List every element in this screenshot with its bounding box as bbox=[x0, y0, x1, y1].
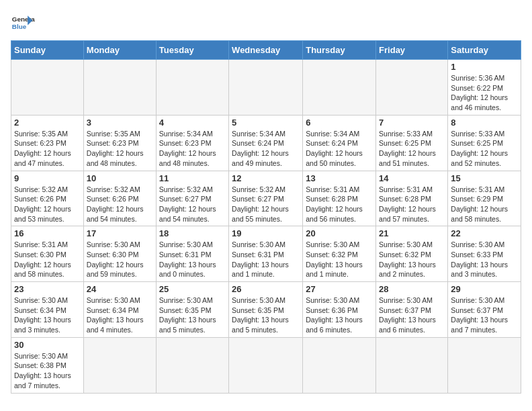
weekday-header-sunday: Sunday bbox=[11, 41, 84, 60]
day-number: 27 bbox=[306, 284, 373, 294]
day-info: Sunrise: 5:34 AM Sunset: 6:24 PM Dayligh… bbox=[232, 129, 300, 169]
calendar-week-row: 16Sunrise: 5:31 AM Sunset: 6:30 PM Dayli… bbox=[11, 226, 521, 282]
calendar-cell bbox=[83, 60, 156, 116]
calendar-cell: 25Sunrise: 5:30 AM Sunset: 6:35 PM Dayli… bbox=[156, 282, 228, 338]
day-number: 3 bbox=[87, 118, 153, 128]
page-header: General Blue bbox=[11, 11, 521, 35]
day-number: 4 bbox=[159, 118, 226, 128]
calendar-cell: 26Sunrise: 5:30 AM Sunset: 6:35 PM Dayli… bbox=[229, 282, 303, 338]
day-info: Sunrise: 5:30 AM Sunset: 6:35 PM Dayligh… bbox=[159, 295, 226, 335]
day-info: Sunrise: 5:34 AM Sunset: 6:23 PM Dayligh… bbox=[159, 129, 226, 169]
calendar-cell: 21Sunrise: 5:30 AM Sunset: 6:32 PM Dayli… bbox=[376, 226, 448, 282]
svg-text:Blue: Blue bbox=[12, 23, 27, 30]
calendar-week-row: 9Sunrise: 5:32 AM Sunset: 6:26 PM Daylig… bbox=[11, 171, 521, 226]
day-number: 15 bbox=[451, 173, 518, 183]
calendar-cell: 4Sunrise: 5:34 AM Sunset: 6:23 PM Daylig… bbox=[156, 115, 228, 171]
day-number: 11 bbox=[159, 173, 226, 183]
day-info: Sunrise: 5:32 AM Sunset: 6:26 PM Dayligh… bbox=[14, 185, 81, 224]
day-info: Sunrise: 5:30 AM Sunset: 6:34 PM Dayligh… bbox=[87, 295, 153, 335]
calendar-cell: 18Sunrise: 5:30 AM Sunset: 6:31 PM Dayli… bbox=[156, 226, 228, 282]
day-number: 7 bbox=[379, 118, 445, 128]
day-number: 30 bbox=[14, 340, 81, 350]
calendar-cell: 22Sunrise: 5:30 AM Sunset: 6:33 PM Dayli… bbox=[448, 226, 521, 282]
day-info: Sunrise: 5:31 AM Sunset: 6:30 PM Dayligh… bbox=[14, 240, 81, 279]
calendar-cell: 28Sunrise: 5:30 AM Sunset: 6:37 PM Dayli… bbox=[376, 282, 448, 338]
day-number: 10 bbox=[87, 173, 153, 183]
calendar-cell: 5Sunrise: 5:34 AM Sunset: 6:24 PM Daylig… bbox=[229, 115, 303, 171]
calendar-cell: 14Sunrise: 5:31 AM Sunset: 6:28 PM Dayli… bbox=[376, 171, 448, 226]
calendar-cell: 30Sunrise: 5:30 AM Sunset: 6:38 PM Dayli… bbox=[11, 337, 84, 393]
day-number: 20 bbox=[306, 228, 373, 238]
day-info: Sunrise: 5:30 AM Sunset: 6:32 PM Dayligh… bbox=[379, 240, 445, 279]
day-number: 21 bbox=[379, 228, 445, 238]
day-number: 24 bbox=[87, 284, 153, 294]
day-number: 18 bbox=[159, 228, 226, 238]
weekday-header-row: SundayMondayTuesdayWednesdayThursdayFrid… bbox=[11, 41, 521, 60]
calendar-cell: 15Sunrise: 5:31 AM Sunset: 6:29 PM Dayli… bbox=[448, 171, 521, 226]
day-info: Sunrise: 5:31 AM Sunset: 6:28 PM Dayligh… bbox=[379, 185, 445, 224]
day-info: Sunrise: 5:30 AM Sunset: 6:31 PM Dayligh… bbox=[232, 240, 300, 279]
day-number: 25 bbox=[159, 284, 226, 294]
day-number: 14 bbox=[379, 173, 445, 183]
calendar-cell bbox=[229, 337, 303, 393]
calendar-cell: 9Sunrise: 5:32 AM Sunset: 6:26 PM Daylig… bbox=[11, 171, 84, 226]
day-info: Sunrise: 5:30 AM Sunset: 6:38 PM Dayligh… bbox=[14, 351, 81, 391]
weekday-header-monday: Monday bbox=[83, 41, 156, 60]
calendar-cell bbox=[156, 337, 228, 393]
calendar-cell: 27Sunrise: 5:30 AM Sunset: 6:36 PM Dayli… bbox=[303, 282, 376, 338]
calendar-cell: 17Sunrise: 5:30 AM Sunset: 6:30 PM Dayli… bbox=[83, 226, 156, 282]
weekday-header-saturday: Saturday bbox=[448, 41, 521, 60]
day-info: Sunrise: 5:30 AM Sunset: 6:36 PM Dayligh… bbox=[306, 295, 373, 335]
day-number: 17 bbox=[87, 228, 153, 238]
logo: General Blue bbox=[11, 11, 35, 35]
day-number: 29 bbox=[451, 284, 518, 294]
day-info: Sunrise: 5:32 AM Sunset: 6:27 PM Dayligh… bbox=[159, 185, 226, 224]
calendar-cell: 19Sunrise: 5:30 AM Sunset: 6:31 PM Dayli… bbox=[229, 226, 303, 282]
day-number: 12 bbox=[232, 173, 300, 183]
calendar-cell bbox=[303, 60, 376, 116]
day-number: 1 bbox=[451, 62, 518, 72]
day-number: 5 bbox=[232, 118, 300, 128]
calendar-week-row: 2Sunrise: 5:35 AM Sunset: 6:23 PM Daylig… bbox=[11, 115, 521, 171]
calendar-cell bbox=[303, 337, 376, 393]
calendar-cell: 23Sunrise: 5:30 AM Sunset: 6:34 PM Dayli… bbox=[11, 282, 84, 338]
svg-text:General: General bbox=[12, 15, 35, 23]
weekday-header-wednesday: Wednesday bbox=[229, 41, 303, 60]
calendar-cell: 24Sunrise: 5:30 AM Sunset: 6:34 PM Dayli… bbox=[83, 282, 156, 338]
calendar-week-row: 1Sunrise: 5:36 AM Sunset: 6:22 PM Daylig… bbox=[11, 60, 521, 116]
day-info: Sunrise: 5:30 AM Sunset: 6:37 PM Dayligh… bbox=[379, 295, 445, 335]
calendar-week-row: 23Sunrise: 5:30 AM Sunset: 6:34 PM Dayli… bbox=[11, 282, 521, 338]
day-number: 8 bbox=[451, 118, 518, 128]
calendar-cell bbox=[11, 60, 84, 116]
calendar-cell: 20Sunrise: 5:30 AM Sunset: 6:32 PM Dayli… bbox=[303, 226, 376, 282]
day-info: Sunrise: 5:35 AM Sunset: 6:23 PM Dayligh… bbox=[14, 129, 81, 169]
calendar-cell: 8Sunrise: 5:33 AM Sunset: 6:25 PM Daylig… bbox=[448, 115, 521, 171]
calendar-cell: 2Sunrise: 5:35 AM Sunset: 6:23 PM Daylig… bbox=[11, 115, 84, 171]
day-info: Sunrise: 5:31 AM Sunset: 6:28 PM Dayligh… bbox=[306, 185, 373, 224]
day-info: Sunrise: 5:32 AM Sunset: 6:26 PM Dayligh… bbox=[87, 185, 153, 224]
day-info: Sunrise: 5:35 AM Sunset: 6:23 PM Dayligh… bbox=[87, 129, 153, 169]
calendar-cell: 29Sunrise: 5:30 AM Sunset: 6:37 PM Dayli… bbox=[448, 282, 521, 338]
calendar-cell: 11Sunrise: 5:32 AM Sunset: 6:27 PM Dayli… bbox=[156, 171, 228, 226]
logo-icon: General Blue bbox=[11, 11, 35, 35]
weekday-header-thursday: Thursday bbox=[303, 41, 376, 60]
day-info: Sunrise: 5:33 AM Sunset: 6:25 PM Dayligh… bbox=[451, 129, 518, 169]
calendar-cell bbox=[448, 337, 521, 393]
calendar-cell bbox=[229, 60, 303, 116]
day-number: 26 bbox=[232, 284, 300, 294]
day-info: Sunrise: 5:30 AM Sunset: 6:37 PM Dayligh… bbox=[451, 295, 518, 335]
day-number: 16 bbox=[14, 228, 81, 238]
weekday-header-tuesday: Tuesday bbox=[156, 41, 228, 60]
day-info: Sunrise: 5:30 AM Sunset: 6:35 PM Dayligh… bbox=[232, 295, 300, 335]
calendar-cell bbox=[156, 60, 228, 116]
day-number: 2 bbox=[14, 118, 81, 128]
calendar-cell: 1Sunrise: 5:36 AM Sunset: 6:22 PM Daylig… bbox=[448, 60, 521, 116]
day-number: 23 bbox=[14, 284, 81, 294]
day-number: 9 bbox=[14, 173, 81, 183]
day-info: Sunrise: 5:31 AM Sunset: 6:29 PM Dayligh… bbox=[451, 185, 518, 224]
calendar-cell: 6Sunrise: 5:34 AM Sunset: 6:24 PM Daylig… bbox=[303, 115, 376, 171]
day-info: Sunrise: 5:33 AM Sunset: 6:25 PM Dayligh… bbox=[379, 129, 445, 169]
day-number: 6 bbox=[306, 118, 373, 128]
calendar-cell bbox=[376, 60, 448, 116]
weekday-header-friday: Friday bbox=[376, 41, 448, 60]
